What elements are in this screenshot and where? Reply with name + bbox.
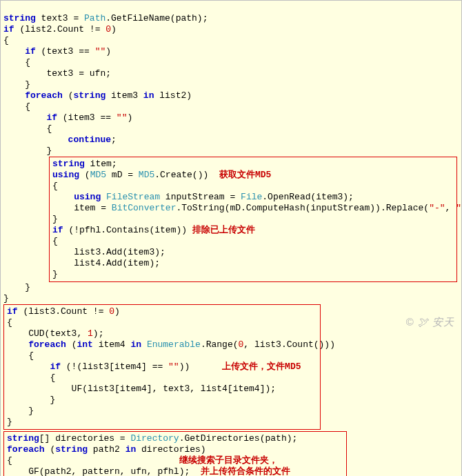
code-token: MD5: [139, 170, 154, 180]
code-token: text3 = ufn;: [3, 68, 111, 79]
code-token: {: [7, 317, 12, 328]
code-token: }: [52, 269, 58, 279]
code-token: {: [3, 101, 30, 112]
annotation-upload-file: 上传文件，文件MD5: [222, 361, 301, 372]
code-token: int: [77, 339, 92, 350]
code-token: File: [241, 192, 262, 202]
annotation-recurse-2: 并上传符合条件的文件: [201, 466, 290, 476]
code-token: .OpenRead(item3);: [262, 192, 354, 202]
code-token: list4.Add(item);: [52, 258, 160, 268]
code-token: {: [3, 57, 30, 68]
code-token: item4: [93, 339, 131, 350]
code-token: Directory: [130, 433, 179, 444]
code-token: 0: [106, 24, 111, 34]
code-token: (list3.Count !=: [18, 306, 110, 317]
code-token: }: [3, 282, 30, 292]
code-token: foreach: [7, 339, 66, 350]
code-token: using: [52, 192, 101, 202]
code-token: "-": [429, 203, 445, 213]
code-token: inputStream =: [160, 192, 241, 202]
code-token: (!(list3[item4] ==: [61, 361, 168, 372]
code-token: ): [111, 24, 117, 34]
code-token: string: [7, 433, 39, 444]
code-token: ;: [111, 135, 117, 145]
code-token: in: [130, 339, 141, 350]
code-token: in: [143, 90, 154, 101]
code-token: "": [168, 361, 179, 372]
code-token: if: [52, 225, 63, 235]
code-token: .ToString(mD.ComputeHash(inputStream)).R…: [176, 203, 429, 213]
code-token: in: [125, 444, 137, 455]
code-token: .GetFileName(path);: [106, 13, 208, 23]
code-token: directories): [136, 444, 205, 455]
code-token: ): [127, 112, 132, 123]
code-token: ): [106, 46, 111, 57]
code-token: path2: [88, 444, 125, 455]
code-token: FileStream: [106, 192, 160, 202]
code-token: }: [3, 79, 30, 90]
code-token: Path: [84, 13, 106, 23]
highlight-box-upload: if (list3.Count != 0) { CUD(text3, 1); f…: [3, 304, 321, 430]
code-token: BitConverter: [112, 203, 177, 213]
annotation-exclude-uploaded: 排除已上传文件: [192, 225, 255, 235]
code-token: using: [52, 170, 79, 180]
code-token: (list2.Count !=: [14, 24, 106, 34]
code-token: .GetDirectories(path);: [179, 433, 298, 444]
code-token: foreach: [7, 444, 45, 455]
code-token: }: [3, 293, 9, 304]
code-token: "": [95, 46, 106, 57]
code-token: (item3 ==: [57, 112, 117, 123]
code-token: );: [93, 328, 104, 339]
code-token: string: [55, 444, 88, 455]
code-token: text3 =: [36, 13, 84, 23]
code-token: list3.Add(item3);: [52, 247, 165, 257]
code-token: {: [7, 350, 34, 361]
code-token: {: [52, 181, 58, 191]
code-token: (: [79, 170, 90, 180]
code-token: 0: [109, 306, 114, 317]
code-token: GF(path2, pattern, ufn, pfhl);: [7, 466, 201, 476]
code-token: , list3.Count())): [243, 339, 335, 350]
code-token: if: [3, 24, 14, 34]
code-token: {: [3, 35, 9, 46]
code-token: list2): [154, 90, 192, 101]
code-token: string: [52, 159, 85, 169]
code-token: (text3 ==: [36, 46, 95, 57]
code-token: {: [7, 455, 179, 466]
code-token: item3: [106, 90, 143, 101]
highlight-box-recurse: string[] directories = Directory.GetDire…: [3, 431, 347, 476]
code-token: mD =: [106, 170, 139, 180]
code-token: (: [66, 339, 77, 350]
code-token: string: [73, 90, 106, 101]
code-token: .Range(: [201, 339, 239, 350]
code-token: if: [7, 361, 61, 372]
code-token: continue: [3, 135, 111, 145]
code-token: "": [117, 112, 128, 123]
code-token: }: [7, 406, 34, 416]
code-token: {: [7, 373, 55, 383]
code-token: (: [45, 444, 56, 455]
code-token: if: [3, 112, 57, 123]
code-token: UF(list3[item4], text3, list4[item4]);: [7, 384, 276, 394]
highlight-box-md5: string item; using (MD5 mD = MD5.Create(…: [49, 157, 457, 282]
code-token: "": [456, 203, 462, 213]
code-block: string text3 = Path.GetFileName(path); i…: [0, 0, 462, 476]
code-token: (: [63, 90, 74, 101]
code-token: [] directories =: [39, 433, 131, 444]
code-token: if: [3, 46, 36, 57]
code-token: [101, 192, 106, 202]
code-token: Enumerable: [147, 339, 201, 350]
code-token: item;: [85, 159, 117, 169]
code-token: item =: [52, 203, 112, 213]
code-token: )): [179, 361, 222, 372]
watermark-antiy: © 🕊 安天: [406, 317, 454, 328]
code-token: {: [3, 123, 52, 134]
code-token: string: [3, 13, 36, 23]
code-token: CUD(text3,: [7, 328, 88, 339]
code-token: .Create()): [154, 170, 219, 180]
code-token: }: [7, 395, 55, 405]
code-token: {: [52, 236, 58, 246]
annotation-recurse-1: 继续搜索子目录文件夹，: [179, 455, 278, 466]
code-token: }: [3, 146, 52, 156]
code-token: foreach: [3, 90, 63, 101]
